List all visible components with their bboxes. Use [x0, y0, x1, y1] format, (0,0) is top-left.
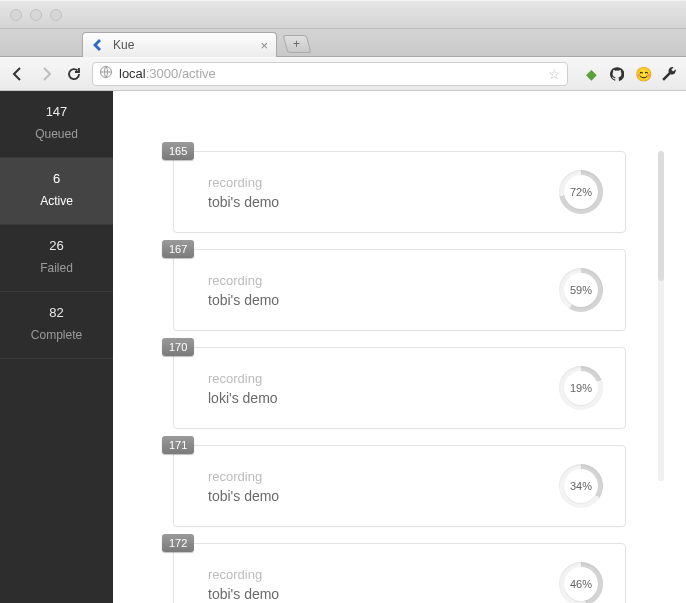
progress-value: 72% [564, 175, 598, 209]
sidebar: 147 Queued 6 Active 26 Failed 82 Complet… [0, 91, 113, 603]
job-info: recording tobi's demo [208, 567, 559, 602]
extension-icons: ◆ 😊 [576, 65, 678, 83]
window-zoom-button[interactable] [50, 9, 62, 21]
job-info: recording tobi's demo [208, 175, 559, 210]
job-type: recording [208, 175, 559, 190]
progress-ring: 72% [559, 170, 603, 214]
globe-icon [99, 65, 113, 82]
back-button[interactable] [8, 64, 28, 84]
window-controls [10, 9, 62, 21]
browser-tab-active[interactable]: Kue × [82, 32, 277, 57]
job-info: recording loki's demo [208, 371, 559, 406]
job-title: tobi's demo [208, 586, 559, 602]
job-title: loki's demo [208, 390, 559, 406]
sidebar-label: Complete [0, 328, 113, 342]
job-type: recording [208, 371, 559, 386]
bookmark-star-icon[interactable]: ☆ [548, 66, 561, 82]
progress-ring: 19% [559, 366, 603, 410]
job-id-badge: 165 [162, 142, 194, 160]
progress-ring: 34% [559, 464, 603, 508]
job-id-badge: 171 [162, 436, 194, 454]
browser-tab-strip: Kue × + [0, 29, 686, 57]
page-content: 147 Queued 6 Active 26 Failed 82 Complet… [0, 91, 686, 603]
progress-value: 19% [564, 371, 598, 405]
extension-icon[interactable] [608, 65, 626, 83]
url-host: local [119, 66, 146, 81]
job-type: recording [208, 469, 559, 484]
tab-close-icon[interactable]: × [260, 38, 268, 53]
forward-button[interactable] [36, 64, 56, 84]
tab-title: Kue [113, 38, 260, 52]
job-info: recording tobi's demo [208, 469, 559, 504]
progress-value: 59% [564, 273, 598, 307]
url-text: local:3000/active [119, 66, 548, 81]
job-type: recording [208, 273, 559, 288]
sidebar-label: Failed [0, 261, 113, 275]
browser-toolbar: local:3000/active ☆ ◆ 😊 [0, 57, 686, 91]
job-title: tobi's demo [208, 488, 559, 504]
job-card[interactable]: 172 recording tobi's demo 46% [173, 543, 626, 603]
main-panel: 165 recording tobi's demo 72% 167 record… [113, 91, 686, 603]
job-list: 165 recording tobi's demo 72% 167 record… [173, 151, 626, 603]
reload-button[interactable] [64, 64, 84, 84]
sidebar-count: 26 [0, 238, 113, 253]
progress-ring: 59% [559, 268, 603, 312]
job-id-badge: 170 [162, 338, 194, 356]
scrollbar-thumb[interactable] [658, 151, 664, 281]
job-card[interactable]: 165 recording tobi's demo 72% [173, 151, 626, 233]
sidebar-label: Queued [0, 127, 113, 141]
job-type: recording [208, 567, 559, 582]
job-card[interactable]: 170 recording loki's demo 19% [173, 347, 626, 429]
job-title: tobi's demo [208, 292, 559, 308]
kue-favicon [91, 37, 107, 53]
job-card[interactable]: 171 recording tobi's demo 34% [173, 445, 626, 527]
sidebar-item-queued[interactable]: 147 Queued [0, 91, 113, 158]
sidebar-item-complete[interactable]: 82 Complete [0, 292, 113, 359]
sidebar-item-failed[interactable]: 26 Failed [0, 225, 113, 292]
window-minimize-button[interactable] [30, 9, 42, 21]
progress-ring: 46% [559, 562, 603, 603]
new-tab-button[interactable]: + [283, 35, 312, 53]
job-card[interactable]: 167 recording tobi's demo 59% [173, 249, 626, 331]
address-bar[interactable]: local:3000/active ☆ [92, 62, 568, 86]
window-titlebar [0, 0, 686, 29]
extension-icon[interactable]: 😊 [634, 65, 652, 83]
job-info: recording tobi's demo [208, 273, 559, 308]
sidebar-count: 82 [0, 305, 113, 320]
sidebar-item-active[interactable]: 6 Active [0, 158, 113, 225]
job-id-badge: 172 [162, 534, 194, 552]
extension-icon[interactable]: ◆ [582, 65, 600, 83]
job-id-badge: 167 [162, 240, 194, 258]
progress-value: 46% [564, 567, 598, 601]
job-title: tobi's demo [208, 194, 559, 210]
sidebar-count: 6 [0, 171, 113, 186]
sidebar-label: Active [0, 194, 113, 208]
window-close-button[interactable] [10, 9, 22, 21]
url-path: :3000/active [146, 66, 216, 81]
sidebar-count: 147 [0, 104, 113, 119]
wrench-icon[interactable] [660, 65, 678, 83]
progress-value: 34% [564, 469, 598, 503]
